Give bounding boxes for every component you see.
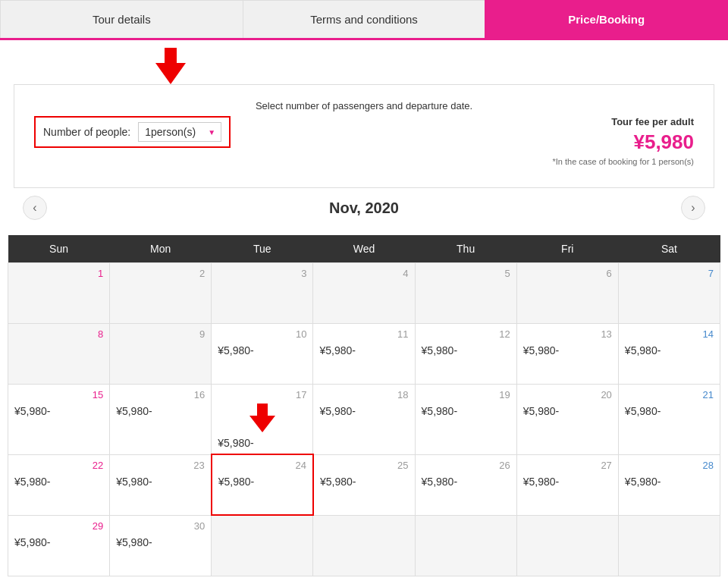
cell-price: ¥5,980- (14, 405, 103, 417)
date-number: 1 (14, 268, 103, 279)
date-number: 23 (116, 460, 205, 471)
date-number: 27 (523, 460, 612, 471)
date-number: 6 (523, 268, 612, 279)
date-number: 8 (14, 328, 103, 340)
cell-price: ¥5,980- (116, 536, 205, 548)
date-number: 20 (523, 389, 612, 400)
calendar-row: 1234567 (8, 263, 720, 324)
calendar-cell: 6 (516, 263, 618, 324)
cell-price: ¥5,980- (625, 344, 714, 356)
cell-price: ¥5,980- (116, 405, 205, 417)
calendar-table: Sun Mon Tue Wed Thu Fri Sat 12345678910¥… (8, 235, 720, 576)
date-number: 4 (319, 268, 408, 279)
calendar-cell[interactable]: 28¥5,980- (618, 454, 720, 515)
calendar-cell: 5 (415, 263, 516, 324)
booking-instruction: Select number of passengers and departur… (27, 93, 701, 116)
calendar-cell: 8 (8, 324, 110, 385)
date-number: 11 (319, 328, 408, 340)
weekday-fri: Fri (516, 235, 618, 263)
date-number: 3 (218, 268, 306, 279)
cell-price: ¥5,980- (218, 344, 306, 356)
weekday-thu: Thu (415, 235, 516, 263)
calendar-cell[interactable]: 13¥5,980- (516, 324, 618, 385)
calendar-cell[interactable]: 14¥5,980- (618, 324, 720, 385)
cell-price: ¥5,980- (422, 405, 510, 417)
calendar-cell[interactable]: 17¥5,980- (212, 385, 313, 455)
cell-price: ¥5,980- (218, 476, 306, 488)
cell-price: ¥5,980- (319, 344, 408, 356)
calendar-nav: ‹ Nov, 2020 › (8, 188, 720, 228)
calendar-cell[interactable]: 12¥5,980- (415, 324, 516, 385)
date-number: 29 (14, 520, 103, 532)
cell-price: ¥5,980- (116, 476, 205, 488)
calendar-cell[interactable]: 26¥5,980- (415, 454, 516, 515)
calendar-cell[interactable]: 18¥5,980- (313, 385, 415, 455)
calendar-cell[interactable]: 24¥5,980- (212, 454, 313, 515)
date-number: 18 (319, 389, 408, 400)
date-number: 28 (625, 460, 714, 471)
calendar-row: 22¥5,980-23¥5,980-24¥5,980-25¥5,980-26¥5… (8, 454, 720, 515)
calendar-cell[interactable]: 27¥5,980- (516, 454, 618, 515)
date-number: 19 (422, 389, 510, 400)
tab-price-booking[interactable]: Price/Booking (485, 0, 728, 38)
date-number: 10 (218, 328, 306, 340)
calendar-cell[interactable]: 22¥5,980- (8, 454, 110, 515)
date-number: 9 (116, 328, 205, 340)
cell-price: ¥5,980- (523, 476, 612, 488)
people-select[interactable]: 1person(s) 2person(s) 3person(s) 4person… (138, 122, 221, 142)
calendar-cell (516, 515, 618, 576)
calendar-cell[interactable]: 16¥5,980- (110, 385, 212, 455)
calendar-cell[interactable]: 25¥5,980- (313, 454, 415, 515)
calendar-cell[interactable]: 21¥5,980- (618, 385, 720, 455)
people-label: Number of people: (43, 126, 130, 138)
booking-info-area: Select number of passengers and departur… (8, 48, 720, 188)
calendar-cell[interactable]: 15¥5,980- (8, 385, 110, 455)
calendar-cell: 1 (8, 263, 110, 324)
calendar-cell: 2 (110, 263, 212, 324)
cell-price: ¥5,980- (523, 344, 612, 356)
date-number: 26 (422, 460, 510, 471)
calendar-cell[interactable]: 11¥5,980- (313, 324, 415, 385)
arrow-shaft (257, 404, 268, 416)
calendar-cell: 3 (212, 263, 313, 324)
calendar-cell[interactable]: 23¥5,980- (110, 454, 212, 515)
cell-price: ¥5,980- (625, 405, 714, 417)
next-month-button[interactable]: › (681, 196, 705, 220)
cell-price: ¥5,980- (523, 405, 612, 417)
date-number: 17 (218, 389, 306, 400)
cell-price: ¥5,980- (319, 405, 408, 417)
calendar-cell (618, 515, 720, 576)
people-select-wrapper: 1person(s) 2person(s) 3person(s) 4person… (138, 122, 221, 142)
cell-price: ¥5,980- (218, 437, 306, 449)
calendar-row: 8910¥5,980-11¥5,980-12¥5,980-13¥5,980-14… (8, 324, 720, 385)
prev-month-button[interactable]: ‹ (23, 196, 47, 220)
calendar-header-row: Sun Mon Tue Wed Thu Fri Sat (8, 235, 720, 263)
date-number: 12 (422, 328, 510, 340)
calendar-row: 15¥5,980-16¥5,980-17¥5,980-18¥5,980-19¥5… (8, 385, 720, 455)
date-number: 16 (116, 389, 205, 400)
tabs-container: Tour details Terms and conditions Price/… (0, 0, 728, 40)
date-number: 14 (625, 328, 714, 340)
calendar-cell: 4 (313, 263, 415, 324)
calendar-cell[interactable]: 30¥5,980- (110, 515, 212, 576)
date-number: 30 (116, 520, 205, 532)
calendar-cell[interactable]: 29¥5,980- (8, 515, 110, 576)
calendar-cell[interactable]: 19¥5,980- (415, 385, 516, 455)
weekday-sat: Sat (618, 235, 720, 263)
fee-note: *In the case of booking for 1 person(s) (553, 157, 695, 166)
calendar-cell (313, 515, 415, 576)
calendar-cell[interactable]: 10¥5,980- (212, 324, 313, 385)
calendar-cell: 7 (618, 263, 720, 324)
date-number: 25 (320, 460, 409, 471)
date-number: 22 (14, 460, 103, 471)
booking-controls: Number of people: 1person(s) 2person(s) … (27, 116, 701, 177)
date-number: 21 (625, 389, 714, 400)
tab-tour-details[interactable]: Tour details (0, 0, 243, 38)
tab-terms[interactable]: Terms and conditions (243, 0, 485, 38)
fee-info: Tour fee per adult ¥5,980 *In the case o… (553, 116, 695, 166)
calendar-cell[interactable]: 20¥5,980- (516, 385, 618, 455)
calendar-cell: 9 (110, 324, 212, 385)
cell-price: ¥5,980- (422, 344, 510, 356)
calendar-row: 29¥5,980-30¥5,980- (8, 515, 720, 576)
cell-price: ¥5,980- (320, 476, 409, 488)
